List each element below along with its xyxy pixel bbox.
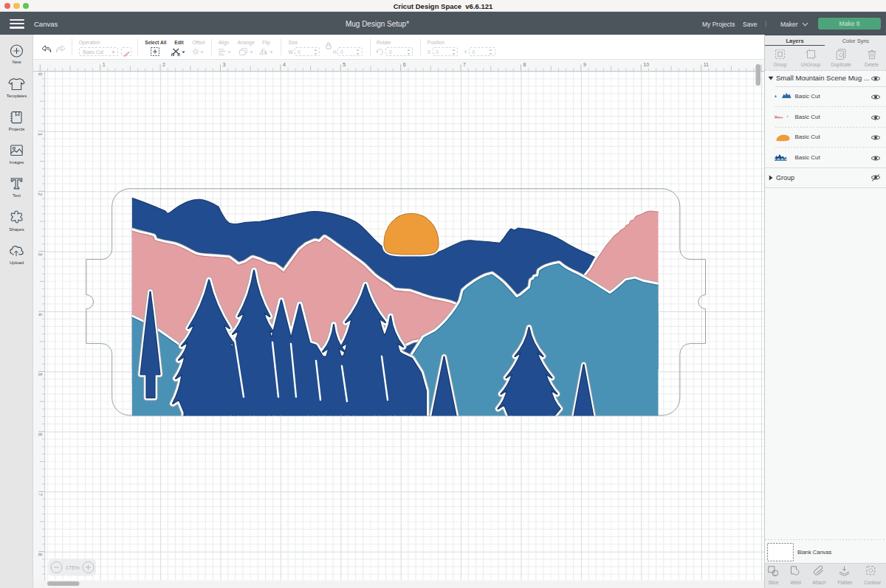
svg-text:10: 10 <box>643 62 649 67</box>
svg-text:6: 6 <box>403 62 406 67</box>
svg-text:2: 2 <box>38 193 43 196</box>
svg-text:7: 7 <box>463 62 466 67</box>
svg-text:7: 7 <box>38 493 43 496</box>
svg-text:8: 8 <box>38 553 43 556</box>
svg-text:1: 1 <box>38 133 43 136</box>
svg-text:175%: 175% <box>65 564 80 571</box>
svg-text:2: 2 <box>162 62 165 67</box>
svg-text:3: 3 <box>38 253 43 256</box>
svg-text:1: 1 <box>103 62 106 67</box>
svg-text:8: 8 <box>523 62 526 67</box>
svg-text:5: 5 <box>343 62 346 67</box>
svg-text:9: 9 <box>583 62 586 67</box>
svg-text:3: 3 <box>223 62 226 67</box>
svg-text:5: 5 <box>38 373 43 376</box>
svg-text:4: 4 <box>38 313 43 316</box>
svg-text:11: 11 <box>704 62 709 67</box>
svg-text:4: 4 <box>283 62 286 67</box>
svg-text:0: 0 <box>38 73 43 76</box>
svg-text:6: 6 <box>38 433 43 436</box>
